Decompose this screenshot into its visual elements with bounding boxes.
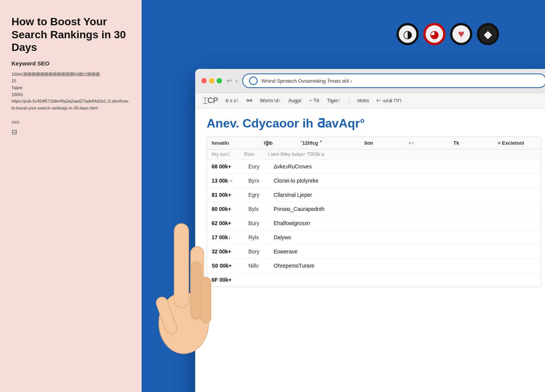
sidebar-tag-icon: ⊟ — [11, 128, 130, 136]
table-row[interactable]: 17 00k↓ Rylx Dalywo — [207, 230, 541, 245]
minimize-button[interactable] — [209, 78, 214, 83]
keyword-cell: Clɑnei-lo ptolynrke — [274, 178, 536, 184]
data-table: hnvalin lg̃lb ˆ12lifcg ˅ lion ⌐↑ Tk ≈ Ex… — [207, 137, 541, 287]
top-icons: ◑ ◕ ♥ ◆ — [397, 23, 499, 45]
sidebar-meta: 10041囲囲囲囲囲囲囲囲囲囲囲囲50囲22囲囲囲 15 Taipei 1004… — [11, 71, 130, 112]
worn-ji-item[interactable]: Worm↑d↑ — [260, 98, 281, 103]
maximize-button[interactable] — [217, 78, 222, 83]
col-header-6[interactable]: Tk — [453, 140, 491, 146]
kd-cell: Byrx — [248, 178, 268, 184]
col-header-5[interactable]: ⌐↑ — [409, 140, 447, 146]
keyword-cell: ΔvkеɹRuCroves — [274, 163, 536, 170]
svg-rect-5 — [155, 296, 178, 335]
to-item[interactable]: ⌐ Tē — [309, 98, 319, 103]
meta-line3: Taipei — [11, 85, 23, 90]
table-row[interactable]: S0 00k+ Nillv OhrepemsTurare — [207, 259, 541, 273]
col-header-3[interactable]: ˆ12lifcg ˅ — [301, 140, 358, 146]
col-header-7[interactable]: ≈ Excietoni — [498, 140, 536, 146]
toolbar-item-nloirs[interactable]: nloirs — [357, 98, 369, 103]
svg-rect-1 — [174, 224, 189, 308]
col-header-2[interactable]: lg̃lb — [264, 140, 294, 146]
deco-icon-3: ♥ — [450, 23, 472, 45]
meta-line4: 10041 — [11, 92, 23, 97]
kd-cell: Egry — [248, 192, 268, 198]
subheader-cell-1: Hry oun⌶ — [212, 152, 230, 157]
meta-url: https://pub-5c454f571b8e40a3a2aad27ade84… — [11, 99, 129, 110]
table-header-row: hnvalin lg̃lb ˆ12lifcg ˅ lion ⌐↑ Tk ≈ Ex… — [207, 137, 541, 149]
toolbar-item-1[interactable]: ⌶CP — [203, 96, 218, 105]
sidebar: How to Boost Your Search Rankings in 30 … — [0, 0, 142, 392]
toolbar-item-3[interactable]: ⚯ — [246, 96, 252, 105]
kd-cell: Nillv — [248, 263, 268, 269]
browser-content: Anev. Cdycaoor ih ƋavAqr° hnvalin lg̃lb … — [195, 108, 545, 392]
keyword-cell: Cllarsinal Ljeper — [274, 192, 536, 198]
subheader-cell-2: Roro — [244, 152, 254, 157]
meta-line2: 15 — [11, 78, 16, 83]
col-header-4[interactable]: lion — [364, 140, 403, 146]
browser-window: ↩ › Wnind Sprotech Ovsamoking ʔmats αἰtl… — [195, 69, 545, 392]
table-row[interactable]: 6F 00k+ — [207, 273, 541, 287]
keyword-cell: Dalywo — [274, 234, 536, 240]
keyword-cell: Ponwɒ_Caurapednth — [274, 206, 536, 212]
volume-cell: S0 00k+ — [212, 263, 242, 269]
kd-cell: Bury — [248, 220, 268, 226]
address-bar[interactable]: Wnind Sprotech Ovsamoking ʔmats αἰtl › — [242, 74, 545, 88]
volume-cell: 81 00k+ — [212, 192, 242, 198]
page-header: Anev. Cdycaoor ih ƋavAqr° — [207, 116, 541, 131]
address-text: Wnind Sprotech Ovsamoking ʔmats αἰtl › — [261, 78, 352, 84]
back-button[interactable]: ↩ — [227, 77, 232, 85]
browser-toolbar: ⌶CP b s z↑ ⚯ Worm↑d↑ Augpr ⌐ Tē Tiger↑ |… — [195, 93, 545, 108]
table-row[interactable]: 62 00k+ Bury Ehalfowigrosxn — [207, 216, 541, 230]
close-button[interactable] — [201, 78, 207, 83]
table-row[interactable]: 80 00k+ Bylx Ponwɒ_Caurapednth — [207, 202, 541, 216]
volume-cell: 80 00k+ — [212, 206, 242, 212]
sidebar-tag: seo — [11, 119, 130, 125]
main-area: ◑ ◕ ♥ ◆ ↩ › Wnind Sprotech Ovsa — [142, 0, 545, 392]
deco-icon-1: ◑ — [397, 23, 419, 45]
browser-chrome: ↩ › Wnind Sprotech Ovsamoking ʔmats αἰtl… — [195, 69, 545, 93]
kd-cell: Bylx — [248, 206, 268, 212]
volume-cell: 62 00k+ — [212, 220, 242, 226]
volume-cell: 6F 00k+ — [212, 277, 242, 283]
table-row[interactable]: 81 00k+ Egry Cllarsinal Ljeper — [207, 188, 541, 202]
deco-icon-4: ◆ — [477, 23, 499, 45]
volume-cell: 13 00k→ — [212, 178, 242, 184]
kd-cell: Bory — [248, 248, 268, 255]
address-circle-icon — [249, 77, 258, 85]
toolbar-item-tiger[interactable]: Tiger↑ — [327, 98, 341, 103]
col-header-1[interactable]: hnvalin — [212, 140, 258, 146]
browser-nav: ↩ › — [227, 77, 238, 85]
sidebar-subtitle: Keyword SEO — [11, 60, 130, 67]
keyword-cell: Ehalfowigrosxn — [274, 220, 536, 226]
table-row[interactable]: 68 00k+ Eory ΔvkеɹRuCroves — [207, 160, 541, 174]
forward-button[interactable]: › — [235, 77, 238, 85]
toolbar-item-aural[interactable]: ⊢ ‹ural ⊓⊓ — [377, 98, 401, 103]
keyword-cell: Eowerave — [274, 248, 536, 255]
table-row[interactable]: 32 00k+ Bory Eowerave — [207, 245, 541, 259]
deco-icon-2: ◕ — [423, 23, 445, 45]
table-row[interactable]: 13 00k→ Byrx Clɑnei-lo ptolynrke — [207, 174, 541, 188]
kd-cell: Rylx — [248, 234, 268, 240]
volume-cell: 68 00k+ — [212, 163, 242, 170]
table-subheader: Hry oun⌶ Roro I sem IMey iludya↑ T003b a — [207, 149, 541, 160]
kd-cell: Eory — [248, 163, 268, 170]
keyword-cell: OhrepemsTurare — [274, 263, 536, 269]
subheader-cell-3: I sem IMey iludya↑ T003b a — [268, 152, 324, 157]
toolbar-item-2[interactable]: b s z↑ — [226, 98, 239, 103]
toolbar-divider: | — [348, 98, 349, 103]
meta-line1: 10041囲囲囲囲囲囲囲囲囲囲囲囲50囲22囲囲囲 — [11, 72, 100, 77]
volume-cell: 32 00k+ — [212, 248, 242, 255]
traffic-lights — [201, 78, 222, 83]
sidebar-title: How to Boost Your Search Rankings in 30 … — [11, 15, 130, 54]
volume-cell: 17 00k↓ — [212, 234, 242, 240]
toolbar-item-augpr[interactable]: Augpr — [288, 98, 302, 103]
